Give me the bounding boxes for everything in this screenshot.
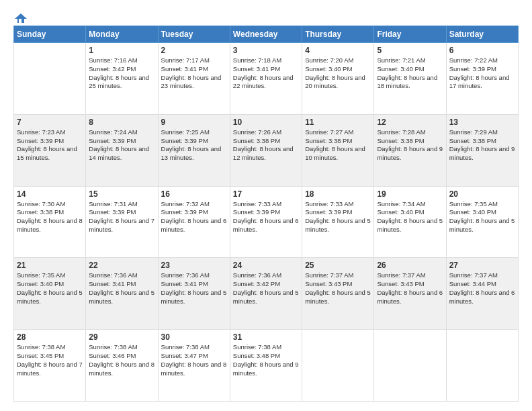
day-info: Sunrise: 7:38 AM Sunset: 3:48 PM Dayligh… — [233, 343, 299, 377]
table-cell — [446, 330, 518, 402]
table-cell: 12Sunrise: 7:28 AM Sunset: 3:38 PM Dayli… — [374, 114, 446, 186]
day-number: 19 — [377, 189, 443, 199]
day-info: Sunrise: 7:26 AM Sunset: 3:38 PM Dayligh… — [233, 128, 299, 163]
day-info: Sunrise: 7:27 AM Sunset: 3:38 PM Dayligh… — [305, 128, 371, 163]
day-info: Sunrise: 7:16 AM Sunset: 3:42 PM Dayligh… — [89, 56, 154, 91]
calendar-week-row: 1Sunrise: 7:16 AM Sunset: 3:42 PM Daylig… — [14, 43, 519, 115]
day-number: 7 — [17, 118, 83, 127]
day-number: 18 — [305, 189, 371, 199]
table-cell: 21Sunrise: 7:35 AM Sunset: 3:40 PM Dayli… — [14, 258, 86, 330]
day-info: Sunrise: 7:37 AM Sunset: 3:43 PM Dayligh… — [305, 271, 371, 306]
day-number: 2 — [161, 46, 227, 55]
table-cell: 29Sunrise: 7:38 AM Sunset: 3:46 PM Dayli… — [86, 330, 158, 402]
table-cell: 20Sunrise: 7:35 AM Sunset: 3:40 PM Dayli… — [446, 186, 518, 258]
table-cell: 16Sunrise: 7:32 AM Sunset: 3:39 PM Dayli… — [158, 186, 230, 258]
day-info: Sunrise: 7:22 AM Sunset: 3:39 PM Dayligh… — [449, 56, 515, 91]
table-cell: 2Sunrise: 7:17 AM Sunset: 3:41 PM Daylig… — [158, 43, 230, 115]
day-number: 23 — [161, 261, 227, 270]
col-tuesday: Tuesday — [158, 26, 230, 43]
day-number: 17 — [233, 189, 299, 199]
calendar-week-row: 14Sunrise: 7:30 AM Sunset: 3:38 PM Dayli… — [14, 186, 519, 258]
table-cell — [374, 330, 446, 402]
day-number: 1 — [89, 46, 154, 55]
table-cell: 26Sunrise: 7:37 AM Sunset: 3:43 PM Dayli… — [374, 258, 446, 330]
day-info: Sunrise: 7:29 AM Sunset: 3:38 PM Dayligh… — [449, 128, 515, 163]
svg-marker-0 — [15, 13, 27, 23]
day-number: 21 — [17, 261, 83, 270]
day-info: Sunrise: 7:24 AM Sunset: 3:39 PM Dayligh… — [89, 128, 154, 163]
table-cell: 4Sunrise: 7:20 AM Sunset: 3:40 PM Daylig… — [302, 43, 374, 115]
day-number: 15 — [89, 189, 154, 199]
col-monday: Monday — [86, 26, 158, 43]
table-cell: 15Sunrise: 7:31 AM Sunset: 3:39 PM Dayli… — [86, 186, 158, 258]
day-number: 28 — [17, 332, 83, 342]
day-info: Sunrise: 7:33 AM Sunset: 3:39 PM Dayligh… — [233, 200, 299, 234]
table-cell: 7Sunrise: 7:23 AM Sunset: 3:39 PM Daylig… — [14, 114, 86, 186]
day-number: 4 — [305, 46, 371, 55]
day-number: 20 — [449, 189, 515, 199]
day-info: Sunrise: 7:31 AM Sunset: 3:39 PM Dayligh… — [89, 200, 154, 234]
day-info: Sunrise: 7:36 AM Sunset: 3:42 PM Dayligh… — [233, 271, 299, 306]
day-info: Sunrise: 7:35 AM Sunset: 3:40 PM Dayligh… — [449, 200, 515, 234]
table-cell: 17Sunrise: 7:33 AM Sunset: 3:39 PM Dayli… — [230, 186, 302, 258]
day-info: Sunrise: 7:17 AM Sunset: 3:41 PM Dayligh… — [161, 56, 227, 91]
day-info: Sunrise: 7:32 AM Sunset: 3:39 PM Dayligh… — [161, 200, 227, 234]
table-cell: 24Sunrise: 7:36 AM Sunset: 3:42 PM Dayli… — [230, 258, 302, 330]
day-number: 9 — [161, 118, 227, 127]
col-wednesday: Wednesday — [230, 26, 302, 43]
day-number: 5 — [377, 46, 443, 55]
table-cell: 22Sunrise: 7:36 AM Sunset: 3:41 PM Dayli… — [86, 258, 158, 330]
col-sunday: Sunday — [14, 26, 86, 43]
col-friday: Friday — [374, 26, 446, 43]
day-info: Sunrise: 7:28 AM Sunset: 3:38 PM Dayligh… — [377, 128, 443, 163]
day-info: Sunrise: 7:36 AM Sunset: 3:41 PM Dayligh… — [89, 271, 154, 306]
table-cell: 18Sunrise: 7:33 AM Sunset: 3:39 PM Dayli… — [302, 186, 374, 258]
table-cell — [14, 43, 86, 115]
day-number: 16 — [161, 189, 227, 199]
day-number: 6 — [449, 46, 515, 55]
table-cell — [302, 330, 374, 402]
table-cell: 25Sunrise: 7:37 AM Sunset: 3:43 PM Dayli… — [302, 258, 374, 330]
table-cell: 6Sunrise: 7:22 AM Sunset: 3:39 PM Daylig… — [446, 43, 518, 115]
calendar-week-row: 28Sunrise: 7:38 AM Sunset: 3:45 PM Dayli… — [14, 330, 519, 402]
day-info: Sunrise: 7:21 AM Sunset: 3:40 PM Dayligh… — [377, 56, 443, 91]
header — [13, 12, 519, 21]
day-number: 26 — [377, 261, 443, 270]
col-thursday: Thursday — [302, 26, 374, 43]
day-number: 3 — [233, 46, 299, 55]
day-number: 29 — [89, 332, 154, 342]
day-number: 12 — [377, 118, 443, 127]
day-info: Sunrise: 7:23 AM Sunset: 3:39 PM Dayligh… — [17, 128, 83, 163]
calendar-table: Sunday Monday Tuesday Wednesday Thursday… — [13, 26, 519, 402]
day-info: Sunrise: 7:20 AM Sunset: 3:40 PM Dayligh… — [305, 56, 371, 91]
day-number: 24 — [233, 261, 299, 270]
table-cell: 1Sunrise: 7:16 AM Sunset: 3:42 PM Daylig… — [86, 43, 158, 115]
day-number: 25 — [305, 261, 371, 270]
day-number: 13 — [449, 118, 515, 127]
calendar-week-row: 21Sunrise: 7:35 AM Sunset: 3:40 PM Dayli… — [14, 258, 519, 330]
day-info: Sunrise: 7:34 AM Sunset: 3:40 PM Dayligh… — [377, 200, 443, 234]
logo-bird-icon — [15, 12, 27, 24]
day-number: 31 — [233, 332, 299, 342]
day-info: Sunrise: 7:37 AM Sunset: 3:43 PM Dayligh… — [377, 271, 443, 306]
col-saturday: Saturday — [446, 26, 518, 43]
table-cell: 3Sunrise: 7:18 AM Sunset: 3:41 PM Daylig… — [230, 43, 302, 115]
table-cell: 19Sunrise: 7:34 AM Sunset: 3:40 PM Dayli… — [374, 186, 446, 258]
calendar-header-row: Sunday Monday Tuesday Wednesday Thursday… — [14, 26, 519, 43]
table-cell: 10Sunrise: 7:26 AM Sunset: 3:38 PM Dayli… — [230, 114, 302, 186]
day-info: Sunrise: 7:38 AM Sunset: 3:45 PM Dayligh… — [17, 343, 83, 377]
day-number: 22 — [89, 261, 154, 270]
day-info: Sunrise: 7:37 AM Sunset: 3:44 PM Dayligh… — [449, 271, 515, 306]
day-number: 30 — [161, 332, 227, 342]
day-info: Sunrise: 7:30 AM Sunset: 3:38 PM Dayligh… — [17, 200, 83, 234]
day-info: Sunrise: 7:38 AM Sunset: 3:46 PM Dayligh… — [89, 343, 154, 377]
day-number: 8 — [89, 118, 154, 127]
table-cell: 14Sunrise: 7:30 AM Sunset: 3:38 PM Dayli… — [14, 186, 86, 258]
table-cell: 11Sunrise: 7:27 AM Sunset: 3:38 PM Dayli… — [302, 114, 374, 186]
table-cell: 27Sunrise: 7:37 AM Sunset: 3:44 PM Dayli… — [446, 258, 518, 330]
page: Sunday Monday Tuesday Wednesday Thursday… — [0, 0, 532, 411]
logo — [13, 12, 27, 21]
table-cell: 31Sunrise: 7:38 AM Sunset: 3:48 PM Dayli… — [230, 330, 302, 402]
table-cell: 28Sunrise: 7:38 AM Sunset: 3:45 PM Dayli… — [14, 330, 86, 402]
day-info: Sunrise: 7:38 AM Sunset: 3:47 PM Dayligh… — [161, 343, 227, 377]
